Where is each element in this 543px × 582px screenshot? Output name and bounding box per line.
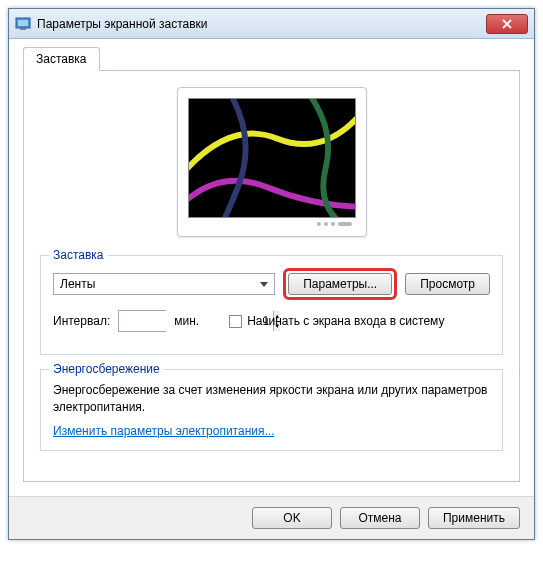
screensaver-group: Заставка Ленты Параметры... Просмотр Инт… — [40, 255, 503, 355]
svg-rect-1 — [18, 20, 28, 26]
settings-button[interactable]: Параметры... — [288, 273, 392, 295]
interval-unit: мин. — [174, 314, 199, 328]
screensaver-settings-window: Параметры экранной заставки Заставка — [8, 8, 535, 540]
power-description: Энергосбережение за счет изменения яркос… — [53, 382, 490, 416]
interval-spinner[interactable]: ▲ ▼ — [118, 310, 166, 332]
close-button[interactable] — [486, 14, 528, 34]
dropdown-value: Ленты — [60, 277, 95, 291]
titlebar[interactable]: Параметры экранной заставки — [9, 9, 534, 39]
app-icon — [15, 16, 31, 32]
logon-checkbox[interactable] — [229, 315, 242, 328]
screensaver-select-row: Ленты Параметры... Просмотр — [53, 268, 490, 300]
cancel-button[interactable]: Отмена — [340, 507, 420, 529]
logon-checkbox-label: Начинать с экрана входа в систему — [247, 314, 444, 328]
close-icon — [502, 19, 512, 29]
apply-button[interactable]: Применить — [428, 507, 520, 529]
interval-label: Интервал: — [53, 314, 110, 328]
preview-area — [40, 87, 503, 237]
dialog-footer: OK Отмена Применить — [9, 496, 534, 539]
tab-body: Заставка Ленты Параметры... Просмотр Инт… — [23, 71, 520, 482]
tab-screensaver[interactable]: Заставка — [23, 47, 100, 71]
screensaver-legend: Заставка — [49, 248, 108, 262]
content-area: Заставка — [9, 39, 534, 496]
preview-button[interactable]: Просмотр — [405, 273, 490, 295]
svg-rect-2 — [20, 28, 26, 30]
power-legend: Энергосбережение — [49, 362, 164, 376]
preview-screen — [188, 98, 356, 218]
screensaver-dropdown[interactable]: Ленты — [53, 273, 275, 295]
monitor-buttons-deco — [188, 222, 356, 226]
preview-monitor — [177, 87, 367, 237]
window-title: Параметры экранной заставки — [37, 17, 486, 31]
interval-row: Интервал: ▲ ▼ мин. Начинать с экрана вхо… — [53, 310, 490, 332]
tab-strip: Заставка — [23, 47, 520, 71]
ok-button[interactable]: OK — [252, 507, 332, 529]
power-group: Энергосбережение Энергосбережение за сче… — [40, 369, 503, 451]
logon-checkbox-wrap[interactable]: Начинать с экрана входа в систему — [229, 314, 444, 328]
settings-button-highlight: Параметры... — [283, 268, 397, 300]
ribbons-preview — [189, 99, 355, 217]
power-settings-link[interactable]: Изменить параметры электропитания... — [53, 424, 274, 438]
chevron-down-icon — [256, 276, 272, 292]
